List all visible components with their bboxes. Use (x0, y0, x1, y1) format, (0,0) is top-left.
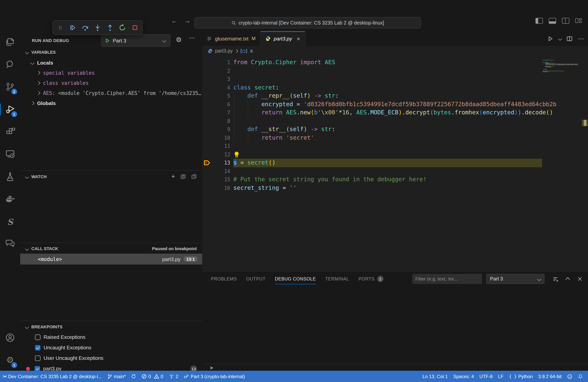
debug-console-prompt-icon[interactable]: > (210, 365, 213, 371)
stop-button[interactable] (131, 23, 139, 32)
run-python-file-icon[interactable] (547, 36, 553, 42)
restart-button[interactable] (118, 23, 127, 32)
activity-source-control-icon[interactable]: 2 (0, 78, 20, 95)
toggle-secondary-sidebar-icon[interactable] (562, 18, 569, 24)
breakpoint-item[interactable]: part3.py13 (20, 363, 202, 371)
breakpoint-checkbox[interactable] (35, 355, 41, 361)
status-sync[interactable] (128, 371, 139, 382)
sidebar-more-actions-icon[interactable]: ⋯ (189, 34, 196, 42)
toggle-sidebar-icon[interactable] (536, 18, 543, 24)
panel-tab-label: TERMINAL (325, 276, 349, 281)
status-branch[interactable]: main* (105, 371, 128, 382)
status-utf-8[interactable]: UTF-8 (477, 371, 495, 382)
line-number: 15 (212, 175, 230, 184)
back-icon[interactable]: ← (171, 17, 178, 25)
forward-icon[interactable]: → (184, 17, 190, 25)
status-debug[interactable]: Part 3 (crypto-lab-internal) (181, 371, 248, 382)
split-editor-icon[interactable] (567, 36, 572, 42)
start-debug-icon[interactable] (105, 38, 110, 43)
activity-testing-icon[interactable] (0, 168, 20, 185)
breakpoint-label: part3.py (43, 366, 62, 371)
close-tab-icon[interactable]: × (297, 35, 300, 42)
step-over-button[interactable] (81, 23, 89, 32)
breakpoint-item[interactable]: Raised Exceptions (20, 332, 202, 342)
lightbulb-icon[interactable] (234, 151, 239, 157)
activity-search-icon[interactable] (0, 56, 20, 73)
chevron-down-icon (537, 277, 541, 281)
variables-tree-item[interactable]: Globals (20, 98, 202, 108)
activity-comments-icon[interactable] (0, 234, 20, 252)
breakpoint-checkbox[interactable] (35, 366, 40, 371)
remote-indicator[interactable]: ><Dev Container: CS 3235 Lab 2 @ desktop… (0, 371, 105, 382)
code-area[interactable]: 1from Crypto.Cipher import AES234class s… (202, 56, 588, 271)
activity-extensions-icon[interactable] (0, 123, 20, 140)
panel-tab-output[interactable]: OUTPUT (246, 272, 265, 286)
warnings-icon (154, 374, 159, 379)
section-divider (20, 170, 202, 171)
status-radio-tower[interactable]: 2 (166, 371, 181, 382)
editor-more-actions-icon[interactable]: ⋯ (578, 35, 584, 42)
remove-all-expressions-icon[interactable] (180, 174, 186, 179)
activity-remote-explorer-icon[interactable] (0, 146, 20, 163)
call-stack-frame[interactable]: <module> part3.py 13:1 (20, 254, 202, 265)
variables-tree-item[interactable]: class variables (20, 78, 202, 88)
breakpoint-checkbox[interactable] (35, 345, 41, 350)
activity-accounts-icon[interactable] (0, 329, 20, 346)
collapse-all-icon[interactable] (191, 174, 197, 179)
customize-layout-icon[interactable] (575, 18, 582, 23)
status-spaces-4[interactable]: Spaces: 4 (451, 371, 477, 382)
status-3-9-2-64-bit[interactable]: 3.9.2 64-bit (536, 371, 564, 382)
breakpoints-section-header[interactable]: BREAKPOINTS (20, 322, 202, 332)
activity-explorer-icon[interactable] (0, 33, 20, 51)
toggle-panel-icon[interactable] (549, 18, 556, 24)
activity-s-extension-icon[interactable]: S (0, 213, 20, 230)
debug-session-dropdown[interactable]: Part 3 (486, 274, 545, 284)
status-braces[interactable]: { }Python (506, 371, 535, 382)
breadcrumb-symbol[interactable]: s (250, 48, 253, 54)
line-number: 1 (212, 58, 230, 67)
continue-button[interactable] (68, 23, 77, 32)
debug-console-filter-input[interactable] (412, 274, 482, 284)
breakpoint-item[interactable]: Uncaught Exceptions (20, 342, 202, 353)
breakpoint-label: User Uncaught Exceptions (43, 355, 104, 361)
variables-tree-item[interactable]: Locals (20, 58, 202, 68)
watch-section-header[interactable]: WATCH+ (20, 171, 202, 182)
status-ln-13-col-1[interactable]: Ln 13, Col 1 (420, 371, 450, 382)
step-into-button[interactable] (93, 23, 102, 32)
add-expression-icon[interactable]: + (171, 173, 175, 180)
run-dropdown-chevron-icon[interactable] (558, 37, 562, 40)
repl-divider (202, 364, 588, 364)
errors-warnings[interactable]: 0 0 (139, 371, 166, 382)
variables-tree-item[interactable]: special variables (20, 68, 202, 78)
panel-tab-problems[interactable]: PROBLEMS (211, 272, 237, 286)
variables-tree-item[interactable]: AES: <module 'Crypto.Cipher.AES' from '/… (20, 88, 202, 98)
breadcrumb-file[interactable]: part3.py (215, 48, 232, 54)
status-lf[interactable]: LF (495, 371, 506, 382)
command-center-search[interactable]: crypto-lab-internal [Dev Container: CS 3… (194, 17, 421, 28)
panel-tab-debug-console[interactable]: DEBUG CONSOLE (275, 272, 316, 286)
current-breakpoint-icon[interactable] (203, 159, 211, 166)
activity-run-and-debug-icon[interactable]: 1 (0, 101, 20, 118)
activity-settings-icon[interactable]: ⚙1 (0, 352, 20, 369)
panel-tab-terminal[interactable]: TERMINAL (325, 272, 349, 286)
maximize-panel-icon[interactable] (565, 276, 570, 282)
filter-lines-icon[interactable] (553, 276, 558, 282)
debug-settings-gear-icon[interactable]: ⚙ (176, 36, 182, 44)
text-file-icon (207, 36, 212, 41)
activity-docker-icon[interactable] (0, 191, 20, 208)
breakpoint-checkbox[interactable] (35, 334, 41, 340)
remote-icon: >< (3, 374, 6, 379)
line-number: 5 (212, 92, 230, 100)
breakpoint-item[interactable]: User Uncaught Exceptions (20, 353, 202, 363)
close-panel-icon[interactable] (577, 276, 583, 282)
editor-tab-part3.py[interactable]: part3.py× (261, 31, 305, 46)
minimap[interactable] (543, 60, 581, 72)
editor-tab-gtusername.txt[interactable]: gtusername.txtM (202, 31, 261, 46)
status-feedback[interactable] (564, 371, 575, 382)
status-bell[interactable] (575, 371, 586, 382)
variables-section-header[interactable]: VARIABLES (20, 47, 202, 57)
call-stack-section-header[interactable]: CALL STACKPaused on breakpoint (20, 244, 202, 254)
panel-tab-ports[interactable]: PORTS2 (358, 272, 383, 286)
step-out-button[interactable] (106, 23, 114, 32)
debug-configuration-dropdown[interactable]: Part 3 (101, 34, 170, 47)
